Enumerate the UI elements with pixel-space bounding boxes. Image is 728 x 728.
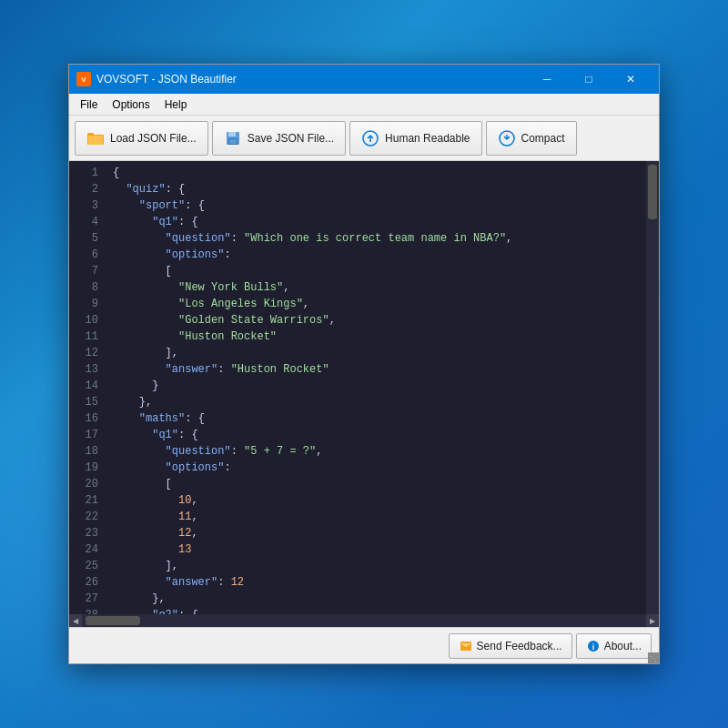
title-bar: V VOVSOFT - JSON Beautifier ─ □ ✕ bbox=[69, 65, 659, 94]
maximize-button[interactable]: □ bbox=[568, 65, 610, 94]
feedback-icon bbox=[459, 639, 473, 653]
vertical-scrollbar[interactable] bbox=[646, 161, 659, 614]
editor-scroll-area: 1 2 3 4 5 6 7 8 9 10 11 12 13 14 15 16 1 bbox=[69, 161, 659, 614]
svg-rect-2 bbox=[88, 136, 103, 145]
save-json-label: Save JSON File... bbox=[248, 132, 334, 145]
svg-rect-6 bbox=[229, 139, 237, 144]
menu-options[interactable]: Options bbox=[105, 96, 157, 113]
human-readable-icon bbox=[361, 129, 379, 147]
scrollbar-thumb-v[interactable] bbox=[648, 165, 657, 219]
save-json-button[interactable]: Save JSON File... bbox=[212, 121, 346, 156]
toolbar: Load JSON File... Save JSON File... bbox=[69, 116, 659, 161]
load-json-label: Load JSON File... bbox=[110, 132, 197, 145]
menu-help[interactable]: Help bbox=[157, 96, 195, 113]
app-icon: V bbox=[76, 72, 91, 86]
svg-rect-4 bbox=[228, 132, 236, 136]
close-button[interactable]: ✕ bbox=[610, 65, 652, 94]
human-readable-button[interactable]: Human Readable bbox=[349, 121, 481, 156]
resize-handle[interactable]: ⋱ bbox=[648, 652, 659, 663]
code-content[interactable]: { "quiz": { "sport": { "q1": { "question… bbox=[106, 161, 646, 614]
window-title: VOVSOFT - JSON Beautifier bbox=[96, 73, 526, 86]
svg-text:i: i bbox=[592, 642, 594, 652]
horizontal-scrollbar[interactable]: ◀ ▶ bbox=[69, 614, 659, 627]
line-numbers: 1 2 3 4 5 6 7 8 9 10 11 12 13 14 15 16 1 bbox=[69, 161, 106, 614]
footer-bar: Send Feedback... i About... bbox=[69, 627, 659, 663]
compact-button[interactable]: Compact bbox=[486, 121, 577, 156]
load-json-button[interactable]: Load JSON File... bbox=[75, 121, 208, 156]
folder-icon bbox=[86, 129, 105, 147]
save-icon bbox=[224, 129, 242, 147]
window-controls: ─ □ ✕ bbox=[526, 65, 652, 94]
info-icon: i bbox=[586, 639, 601, 653]
main-window: V VOVSOFT - JSON Beautifier ─ □ ✕ File O… bbox=[68, 64, 660, 664]
scrollbar-track-h[interactable] bbox=[82, 614, 646, 627]
menu-file[interactable]: File bbox=[73, 96, 105, 113]
about-label: About... bbox=[604, 640, 642, 652]
human-readable-label: Human Readable bbox=[385, 132, 470, 145]
minimize-button[interactable]: ─ bbox=[526, 65, 568, 94]
scrollbar-thumb-h[interactable] bbox=[86, 616, 140, 625]
about-button[interactable]: i About... bbox=[576, 633, 652, 659]
scroll-left-arrow[interactable]: ◀ bbox=[69, 614, 82, 627]
compact-icon bbox=[498, 129, 516, 147]
send-feedback-label: Send Feedback... bbox=[477, 640, 562, 652]
menu-bar: File Options Help bbox=[69, 94, 659, 116]
editor-area: 1 2 3 4 5 6 7 8 9 10 11 12 13 14 15 16 1 bbox=[69, 161, 659, 627]
compact-label: Compact bbox=[521, 132, 565, 145]
send-feedback-button[interactable]: Send Feedback... bbox=[449, 633, 572, 659]
scroll-right-arrow[interactable]: ▶ bbox=[646, 614, 659, 627]
code-editor[interactable]: 1 2 3 4 5 6 7 8 9 10 11 12 13 14 15 16 1 bbox=[69, 161, 659, 627]
